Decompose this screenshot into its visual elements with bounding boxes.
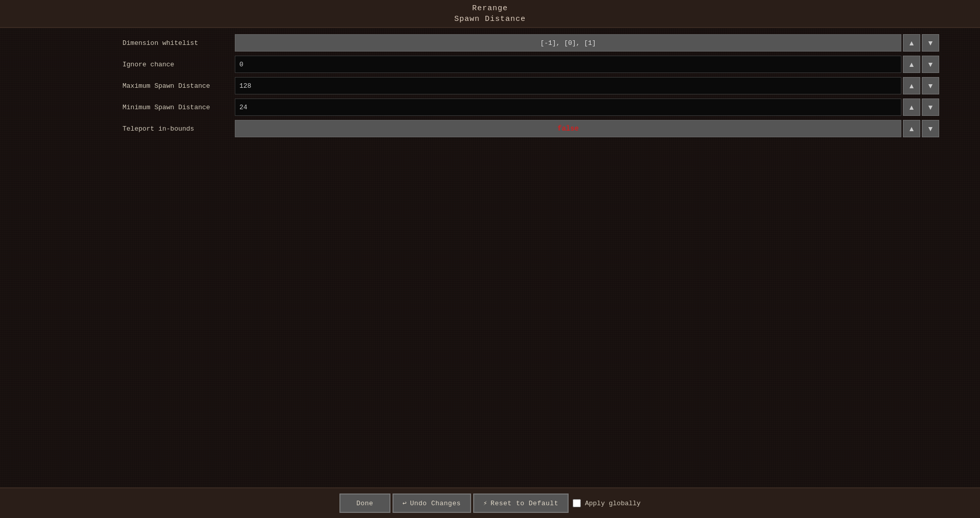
input-wrapper-minimum-spawn-distance: ▲ ▼ <box>235 98 939 116</box>
bottom-bar: Done ↩ Undo Changes ⚡ Reset to Default A… <box>0 487 980 518</box>
arrow-up-minimum-spawn-distance[interactable]: ▲ <box>903 98 920 116</box>
reset-to-default-label: Reset to Default <box>491 500 558 507</box>
undo-changes-label: Undo Changes <box>410 500 461 507</box>
label-maximum-spawn-distance: Maximum Spawn Distance <box>122 82 235 90</box>
arrow-down-ignore-chance[interactable]: ▼ <box>922 56 939 73</box>
input-minimum-spawn-distance[interactable] <box>235 98 901 116</box>
input-wrapper-dimension-whitelist: ▲ ▼ <box>235 34 939 52</box>
label-dimension-whitelist: Dimension whitelist <box>122 39 235 47</box>
input-wrapper-ignore-chance: ▲ ▼ <box>235 56 939 73</box>
arrow-down-teleport-inbounds[interactable]: ▼ <box>922 120 939 137</box>
settings-table: Dimension whitelist ▲ ▼ Ignore chance ▲ … <box>122 33 939 140</box>
title-bar: Rerange Spawn Distance <box>0 0 980 28</box>
arrow-down-dimension-whitelist[interactable]: ▼ <box>922 34 939 52</box>
undo-icon: ↩ <box>403 499 407 507</box>
input-maximum-spawn-distance[interactable] <box>235 77 901 94</box>
input-wrapper-teleport-inbounds: ▲ ▼ <box>235 120 939 137</box>
arrow-down-maximum-spawn-distance[interactable]: ▼ <box>922 77 939 94</box>
row-maximum-spawn-distance: Maximum Spawn Distance ▲ ▼ <box>122 76 939 95</box>
input-dimension-whitelist[interactable] <box>235 34 901 52</box>
undo-changes-button[interactable]: ↩ Undo Changes <box>393 494 471 513</box>
content-area: Dimension whitelist ▲ ▼ Ignore chance ▲ … <box>0 28 980 487</box>
input-ignore-chance[interactable] <box>235 56 901 73</box>
label-teleport-inbounds: Teleport in-bounds <box>122 125 235 133</box>
row-ignore-chance: Ignore chance ▲ ▼ <box>122 55 939 74</box>
row-teleport-inbounds: Teleport in-bounds ▲ ▼ <box>122 119 939 138</box>
reset-to-default-button[interactable]: ⚡ Reset to Default <box>473 494 569 513</box>
arrow-up-ignore-chance[interactable]: ▲ <box>903 56 920 73</box>
arrow-up-maximum-spawn-distance[interactable]: ▲ <box>903 77 920 94</box>
label-ignore-chance: Ignore chance <box>122 61 235 68</box>
row-minimum-spawn-distance: Minimum Spawn Distance ▲ ▼ <box>122 97 939 117</box>
page-title: Rerange Spawn Distance <box>454 3 526 24</box>
apply-globally-label[interactable]: Apply globally <box>585 500 641 507</box>
apply-globally-checkbox[interactable] <box>573 499 581 507</box>
row-dimension-whitelist: Dimension whitelist ▲ ▼ <box>122 33 939 53</box>
apply-globally-wrapper: Apply globally <box>573 499 641 507</box>
input-teleport-inbounds[interactable] <box>235 120 901 137</box>
arrow-up-teleport-inbounds[interactable]: ▲ <box>903 120 920 137</box>
reset-icon: ⚡ <box>483 499 487 507</box>
input-wrapper-maximum-spawn-distance: ▲ ▼ <box>235 77 939 94</box>
done-button[interactable]: Done <box>339 494 390 513</box>
label-minimum-spawn-distance: Minimum Spawn Distance <box>122 104 235 111</box>
arrow-up-dimension-whitelist[interactable]: ▲ <box>903 34 920 52</box>
arrow-down-minimum-spawn-distance[interactable]: ▼ <box>922 98 939 116</box>
